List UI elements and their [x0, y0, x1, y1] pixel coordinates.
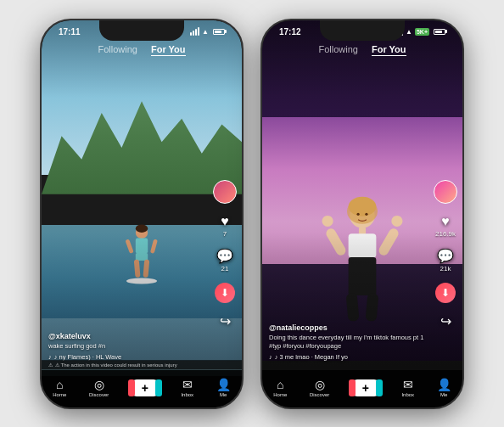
add-button-1[interactable]: +: [132, 379, 159, 396]
status-bar-1: 17:11 ▲: [42, 27, 242, 37]
comment-count-1: 21: [221, 265, 229, 272]
bottom-info-2: @nataliecoppes Doing this dance everyday…: [269, 323, 428, 361]
battery-icon-2: [434, 29, 445, 35]
avatar-item-1: [213, 180, 237, 204]
wifi-icon-1: ▲: [202, 28, 209, 36]
svg-point-21: [322, 216, 333, 227]
avatar-item-2: [434, 180, 457, 204]
comment-icon-1: 💬: [216, 248, 233, 264]
nav-home-2[interactable]: ⌂ Home: [273, 378, 287, 397]
svg-point-11: [347, 199, 378, 223]
comment-item-2[interactable]: 💬 21k: [437, 248, 454, 272]
following-tab-1[interactable]: Following: [98, 44, 137, 56]
add-button-2[interactable]: +: [352, 379, 379, 396]
comment-count-2: 21k: [440, 265, 451, 272]
like-item-1[interactable]: ♥ 7: [221, 214, 229, 238]
bottom-nav-2: ⌂ Home ◎ Discover + ✉ Inbox 👤: [262, 370, 462, 407]
avatar-2[interactable]: [434, 180, 457, 204]
share-item-1[interactable]: ↪: [220, 313, 231, 329]
wifi-icon-2: ▲: [406, 28, 412, 36]
status-icons-1: ▲: [190, 27, 225, 36]
discover-label-1: Discover: [89, 392, 109, 397]
bottom-nav-1: ⌂ Home ◎ Discover + ✉ Inbox 👤: [42, 370, 242, 407]
phone-2: 17:12 ▲ 5K+ Following: [260, 19, 464, 409]
warning-bar-1: ⚠ ⚠ The action in this video could resul…: [42, 360, 242, 369]
bottom-info-1: @xkateluvx wake surfing god #n ♪ ♪ ny Fl…: [48, 332, 208, 361]
discover-icon-2: ◎: [315, 378, 325, 391]
music-note-2: ♪: [269, 353, 272, 361]
signal-icon-2: [394, 27, 403, 36]
main-container: 17:11 ▲ Following For You: [23, 5, 481, 423]
share-icon-1: ↪: [220, 313, 231, 329]
phone-2-screen: 17:12 ▲ 5K+ Following: [262, 20, 462, 407]
phone-1-screen: 17:11 ▲ Following For You: [42, 20, 242, 407]
battery-status-2: 5K+: [415, 28, 429, 36]
inbox-icon-2: ✉: [403, 378, 413, 391]
battery-fill-1: [215, 31, 221, 33]
download-item-2[interactable]: ⬇: [435, 283, 456, 303]
nav-tabs-2: Following For You: [262, 44, 462, 56]
like-count-1: 7: [223, 230, 227, 238]
warning-text-1: ⚠ The action in this video could result …: [55, 362, 177, 368]
comment-item-1[interactable]: 💬 21: [216, 248, 233, 272]
me-label-2: Me: [440, 392, 447, 397]
nav-discover-1[interactable]: ◎ Discover: [89, 378, 109, 397]
status-bar-2: 17:12 ▲ 5K+: [262, 27, 462, 37]
warning-icon-1: ⚠: [48, 362, 53, 368]
discover-label-2: Discover: [310, 392, 329, 397]
for-you-tab-1[interactable]: For You: [151, 44, 186, 56]
me-icon-2: 👤: [437, 378, 451, 391]
time-2: 17:12: [279, 27, 301, 37]
inbox-label-1: Inbox: [181, 392, 193, 397]
download-icon-2: ⬇: [435, 283, 456, 303]
discover-icon-1: ◎: [94, 378, 104, 391]
nav-tabs-1: Following For You: [42, 44, 242, 56]
home-label-1: Home: [53, 392, 66, 397]
like-item-2[interactable]: ♥ 216.9k: [435, 214, 456, 238]
music-bar-2: ♪ ♪ 3 me lmao · Megan If yo: [269, 353, 428, 361]
me-label-1: Me: [220, 392, 227, 397]
battery-icon-1: [213, 29, 225, 35]
comment-icon-2: 💬: [437, 248, 454, 264]
status-icons-2: ▲ 5K+: [394, 27, 445, 36]
side-icons-2: ♥ 216.9k 💬 21k ⬇ ↪: [434, 180, 457, 329]
me-icon-1: 👤: [216, 378, 231, 391]
nav-inbox-1[interactable]: ✉ Inbox: [181, 378, 193, 397]
home-icon-2: ⌂: [277, 378, 283, 391]
phone-1: 17:11 ▲ Following For You: [40, 19, 244, 409]
heart-icon-2: ♥: [441, 214, 450, 229]
username-2[interactable]: @nataliecoppes: [269, 323, 428, 332]
svg-point-13: [365, 213, 367, 216]
signal-icon-1: [190, 27, 199, 36]
nav-home-1[interactable]: ⌂ Home: [53, 378, 66, 397]
nav-me-1[interactable]: 👤 Me: [216, 378, 231, 397]
download-item-1[interactable]: ⬇: [215, 283, 235, 303]
nav-inbox-2[interactable]: ✉ Inbox: [401, 378, 414, 397]
nav-add-2[interactable]: +: [352, 379, 379, 396]
share-icon-2: ↪: [440, 313, 451, 329]
download-icon-1: ⬇: [215, 283, 235, 303]
like-count-2: 216.9k: [435, 230, 456, 238]
avatar-1[interactable]: [213, 180, 237, 204]
share-item-2[interactable]: ↪: [440, 313, 451, 329]
inbox-icon-1: ✉: [182, 378, 193, 391]
following-tab-2[interactable]: Following: [318, 44, 357, 56]
add-icon-2: +: [362, 381, 369, 395]
nav-discover-2[interactable]: ◎ Discover: [310, 378, 329, 397]
heart-icon-1: ♥: [221, 214, 229, 229]
add-icon-1: +: [142, 381, 148, 395]
home-icon-1: ⌂: [56, 378, 63, 391]
home-label-2: Home: [273, 392, 287, 397]
svg-point-12: [356, 213, 359, 216]
nav-add-1[interactable]: +: [132, 379, 159, 396]
caption-2: Doing this dance everyday till my I'm ti…: [269, 334, 428, 351]
username-1[interactable]: @xkateluvx: [48, 332, 208, 340]
side-icons-1: ♥ 7 💬 21 ⬇ ↪: [213, 180, 237, 329]
inbox-label-2: Inbox: [401, 392, 414, 397]
svg-point-1: [136, 225, 148, 233]
svg-point-22: [391, 216, 402, 227]
music-text-2: ♪ 3 me lmao · Megan If yo: [275, 353, 348, 361]
for-you-tab-2[interactable]: For You: [372, 44, 406, 56]
battery-fill-2: [435, 31, 442, 33]
nav-me-2[interactable]: 👤 Me: [437, 378, 451, 397]
